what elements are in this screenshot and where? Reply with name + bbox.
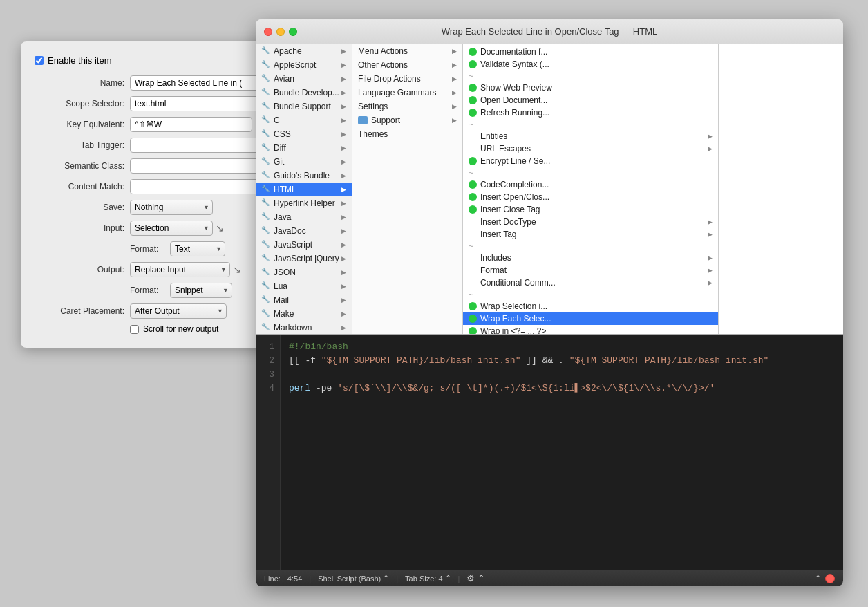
code-editor[interactable]: 1 2 3 4 #!/bin/bash [[ -f "${TM_SUPPORT_… (256, 335, 843, 586)
status-bar: Line: 4:54 | Shell Script (Bash) ⌃ | Tab… (256, 570, 843, 586)
item-dot-green (469, 60, 477, 68)
name-input[interactable] (130, 75, 263, 91)
code-content: 1 2 3 4 #!/bin/bash [[ -f "${TM_SUPPORT_… (256, 335, 843, 570)
bundle-icon: 🔧 (261, 143, 271, 153)
title-bar: Wrap Each Selected Line in Open/Close Ta… (256, 19, 843, 44)
item-divider: ~ (463, 289, 718, 300)
item-validate-syntax[interactable]: Validate Syntax (... (463, 58, 718, 71)
item-wrap-each-selected[interactable]: Wrap Each Selec... (463, 312, 718, 325)
bundle-item[interactable]: 🔧Avian▶ (256, 72, 352, 86)
enable-checkbox[interactable] (35, 56, 44, 65)
line-number: 3 (264, 368, 274, 382)
bundle-item[interactable]: 🔧Git▶ (256, 155, 352, 169)
submenu-item-file-drop[interactable]: File Drop Actions▶ (352, 72, 462, 86)
bundle-item[interactable]: 🔧JavaDoc▶ (256, 224, 352, 238)
item-show-web-preview[interactable]: Show Web Preview (463, 82, 718, 94)
submenu-item-lang-grammars[interactable]: Language Grammars▶ (352, 86, 462, 100)
bundle-item[interactable]: 🔧Java▶ (256, 210, 352, 224)
item-refresh-running[interactable]: Refresh Running... (463, 106, 718, 119)
bundle-item[interactable]: 🔧Diff▶ (256, 141, 352, 155)
bundle-item[interactable]: 🔧JavaScript▶ (256, 238, 352, 252)
item-insert-open-close[interactable]: Insert Open/Clos... (463, 191, 718, 203)
scope-input[interactable] (130, 96, 263, 111)
item-insert-tag[interactable]: Insert Tag▶ (463, 228, 718, 241)
code-line-2: [[ -f "${TM_SUPPORT_PATH}/lib/bash_init.… (289, 354, 835, 368)
close-button[interactable] (264, 28, 272, 36)
gear-icon[interactable]: ⚙ ⌃ (466, 573, 485, 583)
language-chevron: ⌃ (383, 574, 389, 583)
bundle-item[interactable]: 🔧Lua▶ (256, 279, 352, 293)
item-format[interactable]: Format▶ (463, 264, 718, 277)
input-format-label: Format: (130, 244, 164, 254)
bundle-item[interactable]: 🔧Make▶ (256, 307, 352, 321)
item-open-document[interactable]: Open Document... (463, 94, 718, 106)
scroll-label: Scroll for new output (143, 324, 218, 334)
code-line-3 (289, 368, 835, 382)
bundle-item[interactable]: 🔧CSS▶ (256, 127, 352, 141)
bundle-item[interactable]: 🔧Guido's Bundle▶ (256, 169, 352, 183)
content-match-input[interactable] (130, 179, 263, 194)
bundle-icon: 🔧 (261, 212, 271, 222)
bundle-item[interactable]: 🔧Markdown▶ (256, 321, 352, 334)
output-select[interactable]: Replace Input Insert After Input Insert … (130, 262, 230, 277)
bundle-icon: 🔧 (261, 74, 271, 84)
item-dot-green (469, 48, 477, 56)
scroll-checkbox[interactable] (130, 325, 139, 334)
submenu-item-menu-actions[interactable]: Menu Actions▶ (352, 44, 462, 58)
bundle-item[interactable]: 🔧JavaScript jQuery▶ (256, 252, 352, 265)
status-red-button[interactable] (825, 574, 835, 583)
bundle-item[interactable]: 🔧C▶ (256, 113, 352, 127)
item-encrypt-line[interactable]: Encrypt Line / Se... (463, 155, 718, 167)
caret-select[interactable]: After Output Select Output Interpolate b… (130, 304, 227, 319)
bundle-icon: 🔧 (261, 254, 271, 263)
bundle-item-html[interactable]: 🔧HTML▶ (256, 183, 352, 196)
output-select-wrapper: Replace Input Insert After Input Insert … (130, 262, 230, 277)
save-select[interactable]: Nothing Current File All Files (130, 200, 213, 215)
output-format-select[interactable]: Snippet Text HTML (170, 283, 232, 298)
item-code-completion[interactable]: CodeCompletion... (463, 178, 718, 191)
bundle-icon: 🔧 (261, 46, 271, 56)
item-dot-green (469, 180, 477, 189)
item-entities[interactable]: Entities▶ (463, 130, 718, 142)
input-select[interactable]: Selection Line Word Document (130, 221, 213, 236)
bundle-item[interactable]: 🔧Mail▶ (256, 293, 352, 307)
submenu-item-themes[interactable]: Themes (352, 127, 462, 141)
caret-row: Caret Placement: After Output Select Out… (35, 304, 263, 319)
language-label: Shell Script (Bash) (318, 575, 381, 583)
semantic-class-input[interactable] (130, 158, 263, 174)
item-url-escapes[interactable]: URL Escapes▶ (463, 142, 718, 155)
bundle-item[interactable]: 🔧Apache▶ (256, 44, 352, 58)
tab-trigger-input[interactable] (130, 138, 263, 153)
submenu-item-support[interactable]: Support▶ (352, 113, 462, 127)
maximize-button[interactable] (289, 28, 297, 36)
item-wrap-in-php[interactable]: Wrap in <?= ... ?> (463, 325, 718, 334)
minimize-button[interactable] (276, 28, 285, 36)
item-includes[interactable]: Includes▶ (463, 252, 718, 264)
bundle-icon: 🔧 (261, 240, 271, 250)
bundle-list: 🔧Apache▶ 🔧AppleScript▶ 🔧Avian▶ 🔧Bundle D… (256, 44, 352, 334)
content-match-row: Content Match: (35, 179, 263, 194)
item-conditional-comm[interactable]: Conditional Comm...▶ (463, 277, 718, 289)
bundle-item[interactable]: 🔧Bundle Support▶ (256, 100, 352, 113)
item-insert-close-tag[interactable]: Insert Close Tag (463, 203, 718, 216)
bundle-item[interactable]: 🔧Bundle Develop...▶ (256, 86, 352, 100)
code-lines[interactable]: #!/bin/bash [[ -f "${TM_SUPPORT_PATH}/li… (281, 335, 843, 570)
submenu-item-other-actions[interactable]: Other Actions▶ (352, 58, 462, 72)
bundle-item[interactable]: 🔧JSON▶ (256, 265, 352, 279)
input-format-select[interactable]: Text XML (170, 241, 225, 256)
submenu-item-settings[interactable]: Settings▶ (352, 100, 462, 113)
input-format-select-wrapper: Text XML ▼ (170, 241, 225, 256)
key-equiv-input[interactable] (130, 117, 252, 132)
bundle-item[interactable]: 🔧AppleScript▶ (256, 58, 352, 72)
bundle-icon: 🔧 (261, 185, 271, 194)
item-wrap-selection[interactable]: Wrap Selection i... (463, 300, 718, 312)
enable-row: Enable this item (35, 55, 263, 66)
bundle-item[interactable]: 🔧Hyperlink Helper▶ (256, 196, 352, 210)
status-tab-size[interactable]: Tab Size: 4 ⌃ (405, 574, 451, 583)
item-divider: ~ (463, 241, 718, 252)
status-language[interactable]: Shell Script (Bash) ⌃ (318, 574, 389, 583)
item-documentation[interactable]: Documentation f... (463, 46, 718, 58)
scroll-row: Scroll for new output (130, 324, 263, 334)
scroll-up-icon[interactable]: ⌃ (815, 574, 821, 583)
item-insert-doctype[interactable]: Insert DocType▶ (463, 216, 718, 228)
